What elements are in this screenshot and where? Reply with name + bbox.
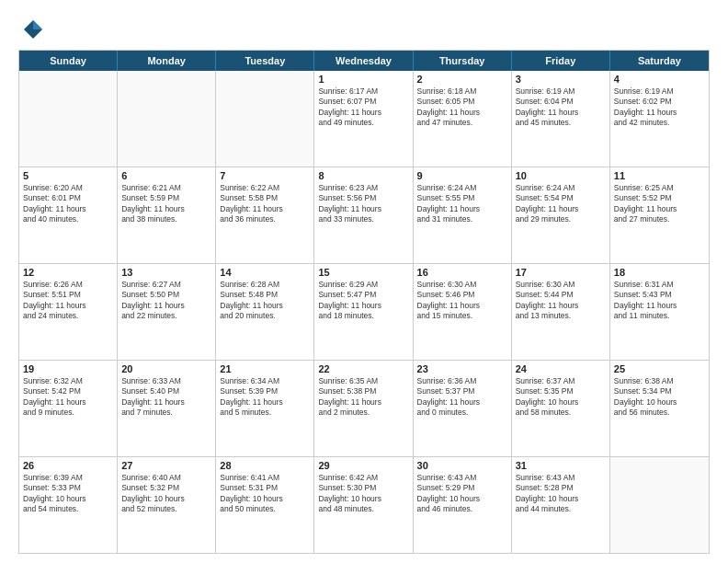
day-detail: Sunrise: 6:39 AM Sunset: 5:33 PM Dayligh…	[23, 473, 113, 515]
weekday-header-wednesday: Wednesday	[314, 51, 413, 71]
day-cell-12: 12Sunrise: 6:26 AM Sunset: 5:51 PM Dayli…	[19, 264, 118, 360]
day-cell-19: 19Sunrise: 6:32 AM Sunset: 5:42 PM Dayli…	[19, 361, 118, 456]
day-detail: Sunrise: 6:37 AM Sunset: 5:35 PM Dayligh…	[516, 376, 606, 419]
day-detail: Sunrise: 6:27 AM Sunset: 5:50 PM Dayligh…	[121, 280, 211, 322]
day-cell-28: 28Sunrise: 6:41 AM Sunset: 5:31 PM Dayli…	[216, 457, 314, 553]
day-cell-25: 25Sunrise: 6:38 AM Sunset: 5:34 PM Dayli…	[610, 361, 709, 456]
day-detail: Sunrise: 6:19 AM Sunset: 6:04 PM Dayligh…	[516, 86, 606, 129]
day-detail: Sunrise: 6:29 AM Sunset: 5:47 PM Dayligh…	[318, 280, 408, 322]
day-cell-29: 29Sunrise: 6:42 AM Sunset: 5:30 PM Dayli…	[314, 457, 413, 553]
day-detail: Sunrise: 6:43 AM Sunset: 5:29 PM Dayligh…	[417, 473, 507, 515]
day-cell-21: 21Sunrise: 6:34 AM Sunset: 5:39 PM Dayli…	[216, 361, 314, 456]
day-cell-10: 10Sunrise: 6:24 AM Sunset: 5:54 PM Dayli…	[512, 167, 610, 263]
day-detail: Sunrise: 6:24 AM Sunset: 5:54 PM Dayligh…	[516, 183, 606, 225]
day-number: 1	[318, 74, 408, 85]
day-cell-11: 11Sunrise: 6:25 AM Sunset: 5:52 PM Dayli…	[610, 167, 709, 263]
day-number: 31	[516, 460, 606, 471]
calendar-row-3: 19Sunrise: 6:32 AM Sunset: 5:42 PM Dayli…	[19, 361, 709, 457]
day-detail: Sunrise: 6:18 AM Sunset: 6:05 PM Dayligh…	[417, 86, 507, 129]
empty-cell-0-0	[19, 71, 118, 167]
day-cell-3: 3Sunrise: 6:19 AM Sunset: 6:04 PM Daylig…	[512, 71, 610, 167]
day-detail: Sunrise: 6:28 AM Sunset: 5:48 PM Dayligh…	[220, 280, 310, 322]
day-number: 23	[417, 363, 507, 374]
empty-cell-4-6	[610, 457, 709, 553]
day-number: 20	[121, 363, 211, 374]
day-cell-6: 6Sunrise: 6:21 AM Sunset: 5:59 PM Daylig…	[118, 167, 216, 263]
day-number: 28	[220, 460, 310, 471]
day-cell-9: 9Sunrise: 6:24 AM Sunset: 5:55 PM Daylig…	[414, 167, 512, 263]
day-number: 24	[516, 363, 606, 374]
calendar-row-4: 26Sunrise: 6:39 AM Sunset: 5:33 PM Dayli…	[19, 457, 709, 553]
day-number: 27	[121, 460, 211, 471]
weekday-header-friday: Friday	[512, 51, 610, 71]
day-detail: Sunrise: 6:21 AM Sunset: 5:59 PM Dayligh…	[121, 183, 211, 225]
day-detail: Sunrise: 6:17 AM Sunset: 6:07 PM Dayligh…	[318, 86, 408, 129]
day-number: 17	[516, 267, 606, 278]
day-number: 12	[23, 267, 113, 278]
day-cell-18: 18Sunrise: 6:31 AM Sunset: 5:43 PM Dayli…	[610, 264, 709, 360]
weekday-header-saturday: Saturday	[610, 51, 709, 71]
weekday-header-tuesday: Tuesday	[216, 51, 314, 71]
header	[18, 17, 710, 42]
day-detail: Sunrise: 6:30 AM Sunset: 5:44 PM Dayligh…	[516, 280, 606, 322]
day-cell-23: 23Sunrise: 6:36 AM Sunset: 5:37 PM Dayli…	[414, 361, 512, 456]
day-detail: Sunrise: 6:19 AM Sunset: 6:02 PM Dayligh…	[614, 86, 705, 129]
empty-cell-0-2	[216, 71, 314, 167]
day-detail: Sunrise: 6:43 AM Sunset: 5:28 PM Dayligh…	[516, 473, 606, 515]
empty-cell-0-1	[118, 71, 216, 167]
day-detail: Sunrise: 6:42 AM Sunset: 5:30 PM Dayligh…	[318, 473, 408, 515]
day-number: 30	[417, 460, 507, 471]
day-number: 2	[417, 74, 507, 85]
day-number: 18	[614, 267, 705, 278]
day-number: 14	[220, 267, 310, 278]
calendar-row-2: 12Sunrise: 6:26 AM Sunset: 5:51 PM Dayli…	[19, 264, 709, 361]
day-number: 29	[318, 460, 408, 471]
day-detail: Sunrise: 6:30 AM Sunset: 5:46 PM Dayligh…	[417, 280, 507, 322]
svg-marker-1	[33, 20, 42, 29]
weekday-header-thursday: Thursday	[414, 51, 512, 71]
day-cell-20: 20Sunrise: 6:33 AM Sunset: 5:40 PM Dayli…	[118, 361, 216, 456]
logo-icon	[18, 17, 44, 42]
day-number: 22	[318, 363, 408, 374]
day-detail: Sunrise: 6:25 AM Sunset: 5:52 PM Dayligh…	[614, 183, 705, 225]
day-cell-16: 16Sunrise: 6:30 AM Sunset: 5:46 PM Dayli…	[414, 264, 512, 360]
day-detail: Sunrise: 6:23 AM Sunset: 5:56 PM Dayligh…	[318, 183, 408, 225]
day-number: 13	[121, 267, 211, 278]
day-number: 25	[614, 363, 705, 374]
day-cell-27: 27Sunrise: 6:40 AM Sunset: 5:32 PM Dayli…	[118, 457, 216, 553]
calendar-row-1: 5Sunrise: 6:20 AM Sunset: 6:01 PM Daylig…	[19, 167, 709, 264]
day-number: 9	[417, 170, 507, 181]
page: SundayMondayTuesdayWednesdayThursdayFrid…	[0, 0, 728, 563]
day-detail: Sunrise: 6:31 AM Sunset: 5:43 PM Dayligh…	[614, 280, 705, 322]
day-cell-30: 30Sunrise: 6:43 AM Sunset: 5:29 PM Dayli…	[414, 457, 512, 553]
day-detail: Sunrise: 6:40 AM Sunset: 5:32 PM Dayligh…	[121, 473, 211, 515]
day-detail: Sunrise: 6:22 AM Sunset: 5:58 PM Dayligh…	[220, 183, 310, 225]
day-detail: Sunrise: 6:36 AM Sunset: 5:37 PM Dayligh…	[417, 376, 507, 419]
day-cell-14: 14Sunrise: 6:28 AM Sunset: 5:48 PM Dayli…	[216, 264, 314, 360]
day-cell-31: 31Sunrise: 6:43 AM Sunset: 5:28 PM Dayli…	[512, 457, 610, 553]
calendar: SundayMondayTuesdayWednesdayThursdayFrid…	[18, 50, 710, 554]
day-cell-17: 17Sunrise: 6:30 AM Sunset: 5:44 PM Dayli…	[512, 264, 610, 360]
day-number: 26	[23, 460, 113, 471]
weekday-header-sunday: Sunday	[19, 51, 118, 71]
day-cell-22: 22Sunrise: 6:35 AM Sunset: 5:38 PM Dayli…	[314, 361, 413, 456]
day-number: 21	[220, 363, 310, 374]
day-detail: Sunrise: 6:35 AM Sunset: 5:38 PM Dayligh…	[318, 376, 408, 419]
day-number: 6	[121, 170, 211, 181]
day-detail: Sunrise: 6:33 AM Sunset: 5:40 PM Dayligh…	[121, 376, 211, 419]
calendar-body: 1Sunrise: 6:17 AM Sunset: 6:07 PM Daylig…	[19, 71, 709, 553]
day-detail: Sunrise: 6:32 AM Sunset: 5:42 PM Dayligh…	[23, 376, 113, 419]
calendar-header: SundayMondayTuesdayWednesdayThursdayFrid…	[19, 51, 709, 71]
day-number: 15	[318, 267, 408, 278]
day-cell-24: 24Sunrise: 6:37 AM Sunset: 5:35 PM Dayli…	[512, 361, 610, 456]
day-number: 11	[614, 170, 705, 181]
day-number: 16	[417, 267, 507, 278]
day-cell-4: 4Sunrise: 6:19 AM Sunset: 6:02 PM Daylig…	[610, 71, 709, 167]
day-cell-1: 1Sunrise: 6:17 AM Sunset: 6:07 PM Daylig…	[314, 71, 413, 167]
day-number: 10	[516, 170, 606, 181]
logo	[18, 17, 48, 42]
day-cell-8: 8Sunrise: 6:23 AM Sunset: 5:56 PM Daylig…	[314, 167, 413, 263]
day-cell-2: 2Sunrise: 6:18 AM Sunset: 6:05 PM Daylig…	[414, 71, 512, 167]
day-detail: Sunrise: 6:34 AM Sunset: 5:39 PM Dayligh…	[220, 376, 310, 419]
day-detail: Sunrise: 6:26 AM Sunset: 5:51 PM Dayligh…	[23, 280, 113, 322]
